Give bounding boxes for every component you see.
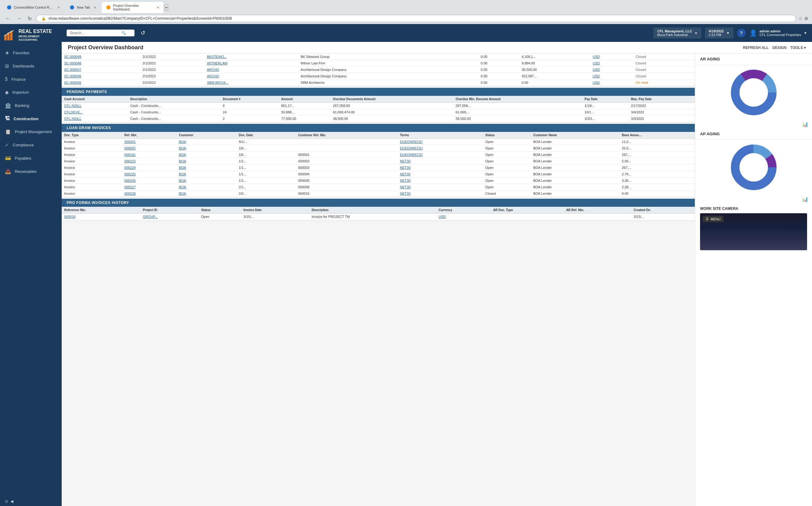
currency-link2[interactable]: USD <box>439 215 446 219</box>
customer-link[interactable]: BOA <box>179 192 186 195</box>
currency-link[interactable]: USD <box>593 61 600 65</box>
help-button[interactable]: ? <box>737 29 746 37</box>
tab-icon-newtab: 🔵 <box>70 5 74 10</box>
close-tab-1[interactable]: ✕ <box>57 6 60 9</box>
terms-link[interactable]: DUEONRECEI <box>400 146 423 150</box>
ref-nbr-link[interactable]: 000002 <box>124 146 136 150</box>
currency-link[interactable]: USD <box>593 74 600 78</box>
col-invoice-date: Invoice Date <box>241 207 309 214</box>
sidebar-label-receivables: Receivables <box>15 169 37 174</box>
sidebar-item-imperium[interactable]: ◆ Imperium <box>0 86 62 99</box>
col-status: Status <box>483 132 531 139</box>
back-button[interactable]: ← <box>4 15 12 22</box>
refresh-app-button[interactable]: ↺ <box>138 28 148 37</box>
customer-link[interactable]: BOA <box>179 140 186 144</box>
address-bar[interactable]: 🔒 show.redasoftware.com/AcumaticaDB2/Mai… <box>36 15 796 22</box>
customer-link[interactable]: BOA <box>179 185 186 189</box>
ref-nbr-link[interactable]: 000225 <box>124 172 136 176</box>
ref-nbr-link[interactable]: 000181 <box>124 153 136 157</box>
sidebar-item-compliance[interactable]: ✓ Compliance <box>0 138 62 152</box>
tab-icon-connectwise: 🔵 <box>7 5 11 10</box>
sidebar-item-favorites[interactable]: ★ Favorites <box>0 46 62 60</box>
sidebar-item-payables[interactable]: 💳 Payables <box>0 152 62 165</box>
forward-button[interactable]: → <box>15 15 23 22</box>
sidebar-item-project-management[interactable]: 📋 Project Management <box>0 125 62 138</box>
terms-link[interactable]: DUEONRECEI <box>400 153 423 157</box>
extension-icon[interactable]: ⚙ <box>804 16 808 21</box>
sidebar-item-construction[interactable]: 🏗 Construction <box>0 112 62 125</box>
vendor-code-link[interactable]: SBM ARCHI... <box>207 81 228 84</box>
customer-link[interactable]: BOA <box>179 172 186 176</box>
sc-id-link[interactable]: SC-000047 <box>64 68 81 72</box>
customer-link[interactable]: BOA <box>179 166 186 169</box>
col-cust-name: Customer Name <box>531 132 619 139</box>
col-amount: Amount <box>279 96 330 103</box>
new-tab-button[interactable]: + <box>165 5 168 10</box>
sidebar-item-banking[interactable]: 🏦 Banking <box>0 99 62 112</box>
close-tab-2[interactable]: ✕ <box>94 6 96 9</box>
ref-nbr-link[interactable]: 000227 <box>124 185 136 189</box>
sc-id-link[interactable]: SC-000048 <box>64 61 81 65</box>
search-box[interactable]: 🔍 <box>67 29 135 36</box>
search-input[interactable] <box>70 31 119 35</box>
ar-aging-chart-type-button[interactable]: 📊 <box>802 121 808 127</box>
sidebar-item-receivables[interactable]: 📥 Receivables <box>0 165 62 178</box>
pro-forma-title: PRO FORMA INVOICES HISTORY <box>67 200 129 205</box>
terms-link[interactable]: NET30 <box>400 179 411 182</box>
table-row: SC-000048 2/1/2022 WITNERLAW Witner Law … <box>62 60 695 67</box>
cash-account-link[interactable]: CFLDEVE... <box>64 110 83 114</box>
customer-link[interactable]: BOA <box>179 179 186 182</box>
ref-nbr-link[interactable]: 000226 <box>124 179 136 182</box>
search-icon[interactable]: 🔍 <box>122 31 126 35</box>
sc-id-link[interactable]: SC-000049 <box>64 55 81 59</box>
vendor-code-link[interactable]: ARCHO <box>207 68 219 72</box>
table-row: Invoice 000225 BOA 1/1... 000004 NET30 O… <box>62 171 695 177</box>
refresh-all-button[interactable]: REFRESH ALL <box>743 46 769 50</box>
ref-nbr-link[interactable]: 000228 <box>124 192 136 195</box>
collapse-label: ◀ <box>10 499 13 504</box>
currency-link[interactable]: USD <box>593 55 600 59</box>
sidebar-item-dashboards[interactable]: ⊞ Dashboards <box>0 60 62 73</box>
ref-nbr-link[interactable]: 000224 <box>124 166 136 169</box>
tab-connectwise[interactable]: 🔵 ConnectWise Control Remote Su... ✕ <box>2 3 64 11</box>
design-button[interactable]: DESIGN <box>772 46 787 50</box>
terms-link[interactable]: NET30 <box>400 185 411 189</box>
project-id-link[interactable]: GROUP... <box>143 215 158 219</box>
terms-link[interactable]: NET30 <box>400 159 411 163</box>
terms-link[interactable]: NET30 <box>400 192 411 195</box>
bookmark-icon[interactable]: ☆ <box>798 16 802 21</box>
terms-link[interactable]: NET30 <box>400 166 411 169</box>
currency-link[interactable]: USD <box>593 68 600 72</box>
sidebar-item-finance[interactable]: $ Finance <box>0 73 62 86</box>
sidebar-collapse-button[interactable]: ⊙ ◀ <box>0 497 62 506</box>
tab-project-overview[interactable]: 🟠 Project Overview Dashboard ✕ <box>102 2 163 13</box>
customer-link[interactable]: BOA <box>179 153 186 157</box>
company-selector[interactable]: CFL Managment, LLC Boca Park Industrial … <box>654 27 701 38</box>
tab-newtab[interactable]: 🔵 New Tab ✕ <box>65 3 100 11</box>
sc-id-link[interactable]: SC-000045 <box>64 81 81 84</box>
cash-account-link[interactable]: CFL-NGILL <box>64 104 81 107</box>
date-selector[interactable]: 4/19/2022 1:53 PM ▼ <box>705 27 733 38</box>
camera-menu-button[interactable]: ☰ MENU <box>703 216 724 222</box>
customer-link[interactable]: BOA <box>179 159 186 163</box>
ref-nbr-link[interactable]: 000001 <box>124 140 136 144</box>
clipboard-icon: 📋 <box>5 129 11 135</box>
terms-link[interactable]: DUEONRECEI <box>400 140 423 144</box>
tools-button[interactable]: TOOLS ▾ <box>791 46 806 50</box>
col-cash-account: Cash Account <box>62 96 128 103</box>
vendor-code-link[interactable]: WITNERLAW <box>207 61 228 65</box>
ap-aging-chart-type-button[interactable]: 📊 <box>802 196 808 202</box>
sc-id-link[interactable]: SC-000046 <box>64 74 81 78</box>
terms-link[interactable]: NET30 <box>400 172 411 176</box>
close-tab-3[interactable]: ✕ <box>157 6 159 9</box>
user-menu[interactable]: 👤 admin admin CFL Commercial Properties … <box>749 29 807 37</box>
ref-nbr-link[interactable]: 000223 <box>124 159 136 163</box>
cash-account-link[interactable]: CFL-NGILL <box>64 117 81 120</box>
currency-link[interactable]: USD <box>593 81 600 84</box>
vendor-code-link[interactable]: ARCHO <box>207 74 219 78</box>
col-ar-ref-nbr: AR Ref. Nbr. <box>564 207 631 214</box>
pro-forma-ref-link[interactable]: 000018 <box>64 215 76 219</box>
customer-link[interactable]: BOA <box>179 146 186 150</box>
vendor-code-link[interactable]: BKSTEWO... <box>207 55 227 59</box>
refresh-button[interactable]: ↻ <box>26 15 33 22</box>
